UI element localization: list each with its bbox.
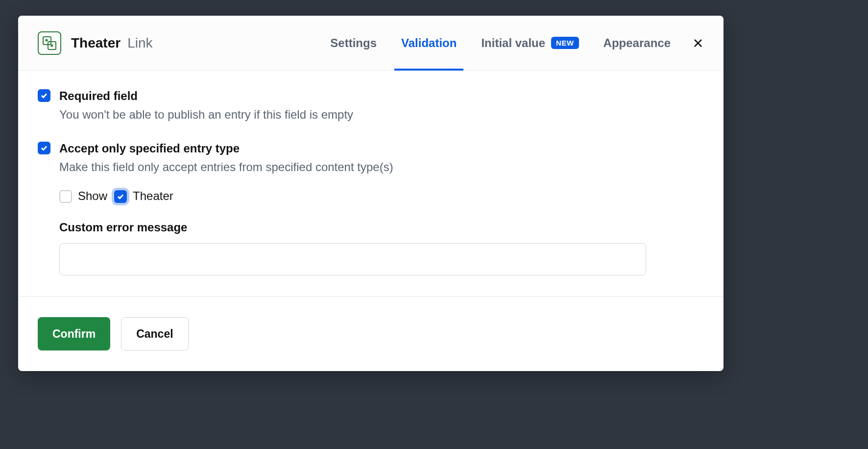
cancel-button[interactable]: Cancel — [121, 317, 188, 350]
entry-type-theater-checkbox[interactable] — [114, 190, 127, 203]
field-name: Theater — [71, 35, 121, 51]
modal-body: Required field You won't be able to publ… — [18, 71, 723, 296]
modal-title: Theater Link — [71, 35, 330, 51]
required-label: Required field — [59, 88, 704, 103]
validation-required: Required field You won't be able to publ… — [38, 88, 704, 123]
modal-tabs: Settings Validation Initial value NEW Ap… — [330, 16, 671, 70]
new-badge: NEW — [551, 37, 579, 49]
confirm-button[interactable]: Confirm — [38, 317, 110, 350]
validation-accept-only-content: Accept only specified entry type Make th… — [59, 141, 704, 275]
entry-type-list: Show Theater — [59, 189, 704, 203]
tab-label: Settings — [330, 36, 377, 50]
validation-accept-only: Accept only specified entry type Make th… — [38, 141, 704, 275]
tab-appearance[interactable]: Appearance — [603, 16, 671, 70]
field-settings-modal: Theater Link Settings Validation Initial… — [18, 16, 723, 371]
custom-error-input[interactable] — [59, 243, 646, 275]
tab-label: Validation — [401, 36, 457, 50]
tab-initial-value[interactable]: Initial value NEW — [481, 16, 579, 70]
required-checkbox[interactable] — [38, 89, 50, 102]
field-type: Link — [127, 35, 152, 51]
entry-type-theater-label: Theater — [133, 189, 173, 203]
custom-error-section: Custom error message — [59, 221, 704, 275]
tab-settings[interactable]: Settings — [330, 16, 377, 70]
required-desc: You won't be able to publish an entry if… — [59, 106, 704, 123]
modal-footer: Confirm Cancel — [18, 296, 723, 371]
accept-only-desc: Make this field only accept entries from… — [59, 159, 704, 175]
tab-validation[interactable]: Validation — [401, 16, 457, 70]
entry-type-show-checkbox[interactable] — [59, 190, 72, 203]
entry-type-theater: Theater — [114, 189, 173, 203]
modal-header: Theater Link Settings Validation Initial… — [18, 16, 723, 71]
custom-error-label: Custom error message — [59, 221, 704, 234]
tab-label: Appearance — [603, 36, 671, 50]
validation-required-content: Required field You won't be able to publ… — [59, 88, 704, 123]
accept-only-label: Accept only specified entry type — [59, 141, 704, 156]
reference-link-icon — [38, 31, 61, 55]
svg-point-3 — [51, 45, 53, 46]
tab-label: Initial value — [481, 36, 545, 50]
close-button[interactable] — [692, 37, 704, 49]
accept-only-checkbox[interactable] — [38, 142, 50, 154]
entry-type-show: Show — [59, 189, 107, 203]
entry-type-show-label: Show — [78, 189, 107, 203]
svg-point-2 — [46, 39, 48, 41]
